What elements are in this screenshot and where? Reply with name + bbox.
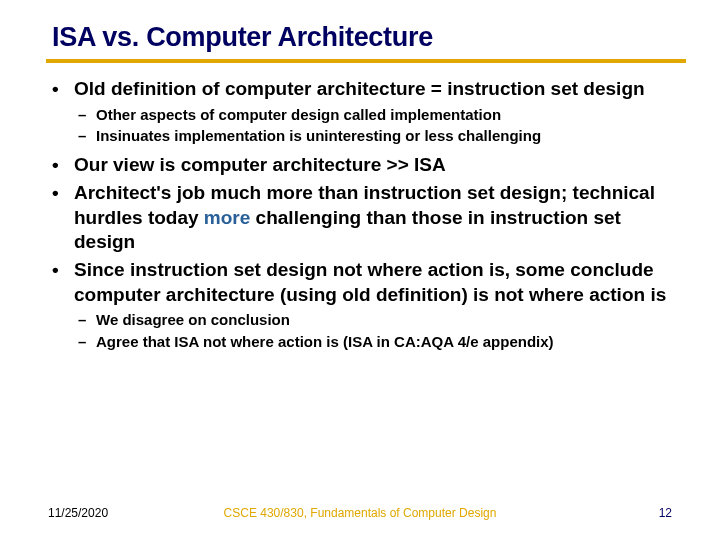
bullet-dot-icon: • — [52, 258, 74, 307]
emphasis-word: more — [204, 207, 250, 228]
slide-content: • Old definition of computer architectur… — [52, 77, 680, 352]
bullet-text: Architect's job much more than instructi… — [74, 181, 680, 255]
bullet-text: Other aspects of computer design called … — [96, 105, 680, 125]
bullet-text: Old definition of computer architecture … — [74, 77, 680, 102]
bullet-level2: – Agree that ISA not where action is (IS… — [78, 332, 680, 352]
bullet-dash-icon: – — [78, 332, 96, 352]
bullet-level2: – Other aspects of computer design calle… — [78, 105, 680, 125]
bullet-level1: • Our view is computer architecture >> I… — [52, 153, 680, 178]
bullet-level2: – We disagree on conclusion — [78, 310, 680, 330]
bullet-text: Since instruction set design not where a… — [74, 258, 680, 307]
bullet-level2: – Insinuates implementation is uninteres… — [78, 126, 680, 146]
bullet-level1: • Since instruction set design not where… — [52, 258, 680, 307]
bullet-text: We disagree on conclusion — [96, 310, 680, 330]
bullet-dash-icon: – — [78, 126, 96, 146]
bullet-text: Agree that ISA not where action is (ISA … — [96, 332, 680, 352]
bullet-text: Our view is computer architecture >> ISA — [74, 153, 680, 178]
slide: ISA vs. Computer Architecture • Old defi… — [0, 0, 720, 352]
bullet-dash-icon: – — [78, 105, 96, 125]
footer-course: CSCE 430/830, Fundamentals of Computer D… — [224, 506, 497, 520]
footer-page-number: 12 — [659, 506, 672, 520]
bullet-dot-icon: • — [52, 181, 74, 255]
bullet-dot-icon: • — [52, 77, 74, 102]
footer-date: 11/25/2020 — [48, 506, 108, 520]
slide-title: ISA vs. Computer Architecture — [52, 22, 680, 53]
bullet-dot-icon: • — [52, 153, 74, 178]
title-underline — [46, 59, 686, 63]
bullet-text: Insinuates implementation is uninteresti… — [96, 126, 680, 146]
slide-footer: 11/25/2020 CSCE 430/830, Fundamentals of… — [0, 506, 720, 520]
bullet-level1: • Architect's job much more than instruc… — [52, 181, 680, 255]
bullet-level1: • Old definition of computer architectur… — [52, 77, 680, 102]
bullet-dash-icon: – — [78, 310, 96, 330]
